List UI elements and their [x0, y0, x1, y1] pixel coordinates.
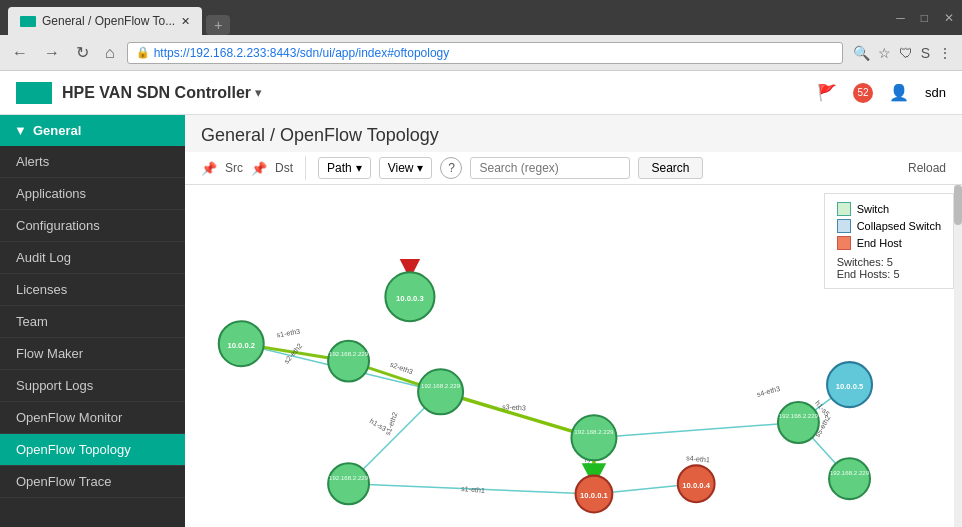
shield-icon[interactable]: 🛡 [897, 43, 915, 63]
content-header: General / OpenFlow Topology [185, 115, 962, 152]
svg-text:s1-eth1: s1-eth1 [461, 485, 485, 495]
dst-label: Dst [275, 161, 293, 175]
username-label: sdn [925, 85, 946, 100]
app-title: HPE VAN SDN Controller [62, 84, 251, 102]
main-layout: ▼ General Alerts Applications Configurat… [0, 115, 962, 527]
svg-point-41 [778, 402, 819, 443]
flag-count-badge: 52 [853, 83, 873, 103]
address-bar[interactable]: 🔒 https://192.168.2.233:8443/sdn/ui/app/… [127, 42, 843, 64]
endhost-legend-label: End Host [857, 237, 902, 249]
scrollbar-thumb[interactable] [954, 185, 962, 225]
help-button[interactable]: ? [440, 157, 462, 179]
bookmark-button[interactable]: ☆ [876, 43, 893, 63]
collapsed-legend-label: Collapsed Switch [857, 220, 941, 232]
collapsed-legend-box [837, 219, 851, 233]
back-button[interactable]: ← [8, 42, 32, 64]
content-area: General / OpenFlow Topology 📌 Src 📌 Dst … [185, 115, 962, 527]
svg-text:192.168.2.229: 192.168.2.229 [830, 469, 870, 476]
browser-chrome: General / OpenFlow To... ✕ + ─ □ ✕ [0, 0, 962, 35]
app-dropdown-button[interactable]: ▾ [255, 85, 262, 100]
svg-text:192.168.2.229: 192.168.2.229 [574, 428, 614, 435]
minimize-button[interactable]: ─ [896, 11, 905, 25]
maximize-button[interactable]: □ [921, 11, 928, 25]
reload-nav-button[interactable]: ↻ [72, 41, 93, 64]
sidebar-item-openflow-monitor[interactable]: OpenFlow Monitor [0, 402, 185, 434]
chevron-down-icon: ▼ [14, 123, 27, 138]
svg-text:s3-eth3: s3-eth3 [502, 403, 526, 412]
svg-text:s4-eth1: s4-eth1 [686, 454, 710, 464]
legend: Switch Collapsed Switch End Host Switche… [824, 193, 954, 289]
sidebar-item-audit-log[interactable]: Audit Log [0, 242, 185, 274]
svg-text:s1-eth2: s1-eth2 [384, 411, 400, 436]
src-pin-icon: 📌 [201, 161, 217, 176]
home-button[interactable]: ⌂ [101, 42, 119, 64]
search-nav-button[interactable]: 🔍 [851, 43, 872, 63]
svg-point-36 [571, 415, 616, 460]
nav-bar: ← → ↻ ⌂ 🔒 https://192.168.2.233:8443/sdn… [0, 35, 962, 71]
dst-pin-icon: 📌 [251, 161, 267, 176]
reload-button[interactable]: Reload [908, 161, 946, 175]
search-input[interactable] [470, 157, 630, 179]
legend-switch-item: Switch [837, 202, 941, 216]
scrollbar-right[interactable] [954, 185, 962, 527]
menu-button[interactable]: ⋮ [936, 43, 954, 63]
svg-text:10.0.0.5: 10.0.0.5 [836, 382, 864, 391]
svg-text:s1-eth3: s1-eth3 [276, 328, 301, 340]
sidebar-item-openflow-topology[interactable]: OpenFlow Topology [0, 434, 185, 466]
legend-collapsed-item: Collapsed Switch [837, 219, 941, 233]
sidebar-section-label: General [33, 123, 81, 138]
search-button[interactable]: Search [638, 157, 702, 179]
svg-text:s4-eth3: s4-eth3 [756, 385, 781, 399]
sidebar-item-configurations[interactable]: Configurations [0, 210, 185, 242]
endhosts-count: End Hosts: 5 [837, 268, 941, 280]
view-arrow-icon: ▾ [417, 161, 423, 175]
svg-text:192.168.2.229: 192.168.2.229 [329, 350, 369, 357]
view-label: View [388, 161, 414, 175]
svg-line-4 [594, 422, 798, 437]
sidebar-section-general[interactable]: ▼ General [0, 115, 185, 146]
sidebar-item-licenses[interactable]: Licenses [0, 274, 185, 306]
sidebar-item-alerts[interactable]: Alerts [0, 146, 185, 178]
extensions-button[interactable]: S [919, 43, 932, 63]
svg-text:192.168.2.229: 192.168.2.229 [779, 412, 819, 419]
svg-text:10.0.0.2: 10.0.0.2 [227, 341, 255, 350]
path-arrow-icon: ▾ [356, 161, 362, 175]
toolbar: 📌 Src 📌 Dst Path ▾ View ▾ ? Search Reloa… [185, 152, 962, 185]
page-title: General / OpenFlow Topology [201, 125, 439, 146]
close-button[interactable]: ✕ [944, 11, 954, 25]
switch-legend-label: Switch [857, 203, 889, 215]
svg-text:10.0.0.1: 10.0.0.1 [580, 491, 608, 500]
new-tab-button[interactable]: + [206, 15, 230, 35]
svg-point-34 [418, 369, 463, 414]
lock-icon: 🔒 [136, 46, 150, 59]
topology-canvas[interactable]: s1-eth3 s2-eth2 s2-eth3 h1-s3 s3-eth3 s3… [185, 185, 962, 527]
tab-close-button[interactable]: ✕ [181, 15, 190, 28]
active-tab[interactable]: General / OpenFlow To... ✕ [8, 7, 202, 35]
path-label: Path [327, 161, 352, 175]
sidebar-item-team[interactable]: Team [0, 306, 185, 338]
svg-text:10.0.0.4: 10.0.0.4 [682, 481, 710, 490]
user-icon: 👤 [889, 83, 909, 102]
svg-point-49 [829, 458, 870, 499]
sidebar-item-applications[interactable]: Applications [0, 178, 185, 210]
legend-stats: Switches: 5 End Hosts: 5 [837, 256, 941, 280]
window-controls: ─ □ ✕ [896, 11, 954, 25]
app-logo [16, 82, 52, 104]
svg-point-47 [328, 463, 369, 504]
svg-line-13 [441, 392, 594, 438]
src-label: Src [225, 161, 243, 175]
legend-endhost-item: End Host [837, 236, 941, 250]
path-dropdown[interactable]: Path ▾ [318, 157, 371, 179]
view-dropdown[interactable]: View ▾ [379, 157, 433, 179]
sidebar-item-openflow-trace[interactable]: OpenFlow Trace [0, 466, 185, 498]
switches-count: Switches: 5 [837, 256, 941, 268]
endhost-legend-box [837, 236, 851, 250]
sidebar-item-support-logs[interactable]: Support Logs [0, 370, 185, 402]
svg-text:10.0.0.3: 10.0.0.3 [396, 294, 424, 303]
forward-button[interactable]: → [40, 42, 64, 64]
flag-icon: 🚩 [817, 83, 837, 102]
url-text: https://192.168.2.233:8443/sdn/ui/app/in… [154, 46, 450, 60]
svg-point-32 [328, 341, 369, 382]
sidebar-item-flow-maker[interactable]: Flow Maker [0, 338, 185, 370]
app-header: HPE VAN SDN Controller ▾ 🚩 52 👤 sdn [0, 71, 962, 115]
